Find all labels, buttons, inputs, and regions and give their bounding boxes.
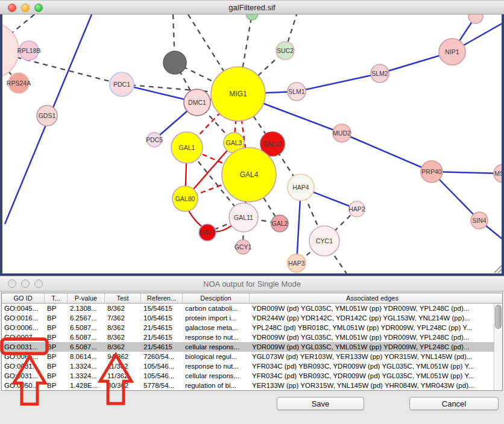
table-row[interactable]: GO:0065...BP8.0614...94/3627260/54...bio… [2,352,502,361]
column-header-3[interactable]: Test [105,293,141,303]
table-row[interactable]: GO:0045...BP2.1308...8/36215/54615carbon… [2,304,502,313]
cell: 6.2567... [68,313,105,323]
cell: GO:0007... [2,332,45,342]
cell: BP [45,352,68,361]
network-canvas[interactable]: RPL18BRPS24AGDS1PDC1DMC1MIG1SUC2NIP1SLM2… [0,14,504,276]
node-GAL11[interactable] [229,203,258,232]
node-SUC2[interactable] [276,42,294,60]
node-MIG1[interactable] [211,67,265,121]
network-window: galFiltered.sif RPL18BRPS24AGDS1PDC1DMC1… [0,0,504,276]
node-GDS1[interactable] [37,105,57,126]
go-results-table: GO IDT...P-valueTestReferen...Desciption… [1,293,503,391]
node-PDC1[interactable] [110,72,134,96]
cell: 1.428E... [68,381,105,390]
cell: 105/546... [141,371,183,381]
table-row[interactable]: GO:0031...BP6.5087...8/36221/54615cellul… [2,342,502,352]
node-SIN4[interactable] [471,212,488,229]
cell: GO:0045... [2,304,45,313]
cancel-button[interactable]: Cancel [409,397,499,410]
network-nodes: RPL18BRPS24AGDS1PDC1DMC1MIG1SUC2NIP1SLM2… [2,14,502,272]
table-row[interactable]: GO:0031...BP1.3324...11/362105/546...res… [2,361,502,371]
cell: 11/362 [105,371,141,381]
column-header-5[interactable]: Desciption [183,293,250,303]
save-button[interactable]: Save [277,397,364,410]
cell: carbon cataboli... [183,304,250,313]
cell: BP [45,332,68,342]
table-row[interactable]: GO:0031...BP1.3324...11/362105/546...cel… [2,371,502,381]
cell: YGL073W (pd) YER103W, YER133W (pp) YOR31… [250,352,495,361]
node-GAL7[interactable] [199,224,216,241]
cell: 1.3324... [68,371,105,381]
node-MSL1[interactable] [494,164,502,182]
cell: YFR034C (pd) YBR093C, YDR009W (pd) YGL03… [250,371,495,381]
node-grayNode[interactable] [163,51,186,74]
table-row[interactable]: GO:0006...BP6.5087...8/36221/54615galact… [2,323,502,332]
node-HAP4[interactable] [288,174,314,201]
node-SLM1[interactable] [288,83,306,101]
node-pinkTopRight[interactable] [468,14,483,23]
table-row[interactable]: GO:0007...BP6.5087...8/36221/54615respon… [2,332,502,342]
cell: cellular respons... [183,342,250,352]
cell: 6.5087... [68,342,105,352]
cell: 21/54615 [141,342,183,352]
table-row[interactable]: GO:0016...BP6.2567...7/36210/54615protei… [2,313,502,323]
cell: BP [45,323,68,332]
scrollbar-thumb[interactable] [495,305,502,329]
node-GAL2[interactable] [271,215,288,232]
node-NIP1[interactable] [439,39,465,65]
cell: 10/54615 [141,313,183,323]
cell: 8/362 [105,332,141,342]
column-header-0[interactable]: GO ID [2,293,45,303]
cell: 8/362 [105,304,141,313]
cell: 7260/54... [141,352,183,361]
cell: YPL248C (pd) YBR018C, YML051W (pp) YDR00… [250,323,495,332]
cell: GO:0050... [2,381,45,390]
cell: GO:0031... [2,371,45,381]
cell: cellular respons... [183,371,250,381]
cell: 2.1308... [68,304,105,313]
network-window-title: galFiltered.sif [0,3,504,12]
node-HAP2[interactable] [349,201,365,217]
edge-blue[interactable] [297,73,380,92]
network-titlebar[interactable]: galFiltered.sif [0,0,504,14]
node-SLM2[interactable] [371,64,389,83]
column-header-6[interactable]: Associated edges [250,293,495,303]
node-PDC5[interactable] [147,132,162,147]
cell: 21/54615 [141,332,183,342]
node-CYC1[interactable] [309,226,339,256]
node-PRP40[interactable] [421,161,443,182]
node-GAL4[interactable] [222,148,276,202]
node-GAL1[interactable] [171,132,203,163]
cell: YDR244W (pp) YDR142C, YDR142C (pp) YGL15… [250,313,495,323]
cell: BP [45,361,68,371]
column-header-1[interactable]: T... [45,293,68,303]
column-header-4[interactable]: Referen... [141,293,183,303]
cell: GO:0031... [2,342,45,352]
node-HAP3[interactable] [288,254,306,272]
node-RPS24A[interactable] [8,73,29,93]
cell: response to nut... [183,332,250,342]
node-RPL18B[interactable] [19,41,39,60]
cell: YDR009W (pd) YGL035C, YML051W (pp) YDR00… [250,304,495,313]
cell: YFR034C (pd) YBR093C, YDR009W (pd) YGL03… [250,361,495,371]
node-DMC1[interactable] [184,89,210,116]
cell: 1.3324... [68,361,105,371]
node-GAL80[interactable] [172,186,198,211]
column-header-2[interactable]: P-value [68,293,105,303]
noa-titlebar[interactable]: NOA output for Single Mode [0,276,504,292]
table-scrollbar[interactable] [494,304,502,390]
table-row[interactable]: GO:0050...BP1.428E...80/3625778/54...reg… [2,381,502,390]
network-edges [2,14,502,273]
node-greenTop[interactable] [246,14,258,20]
network-svg[interactable]: RPL18BRPS24AGDS1PDC1DMC1MIG1SUC2NIP1SLM2… [2,14,502,273]
node-bigpink[interactable] [2,22,19,79]
resize-grip-icon[interactable] [494,266,502,273]
cell: YER133W (pp) YOR315W, YNL145W (pd) YHR08… [250,381,495,390]
cell: 5778/54... [141,381,183,390]
edge-blue[interactable] [342,133,432,172]
cell: 94/362 [105,352,141,361]
cell: 6.5087... [68,323,105,332]
node-MUD2[interactable] [333,124,351,142]
node-GCY1[interactable] [236,240,250,254]
noa-window: NOA output for Single Mode GO IDT...P-va… [0,276,504,424]
